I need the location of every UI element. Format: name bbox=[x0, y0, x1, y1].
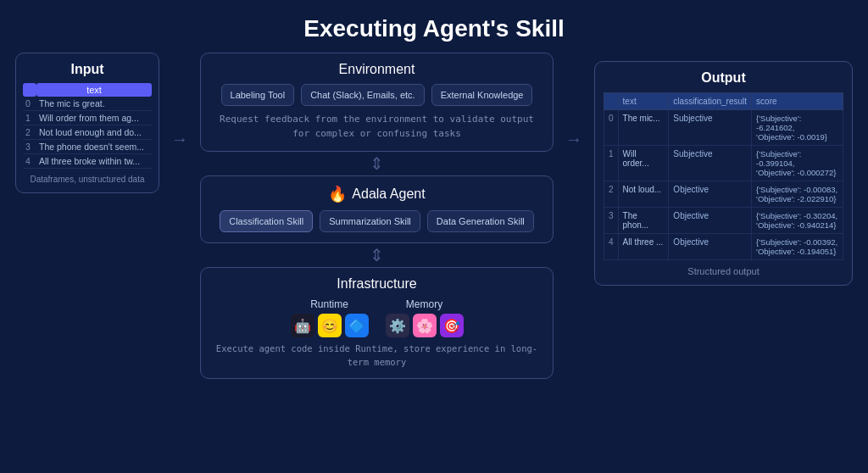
row-score: {'Subjective': -0.00392, 'Objective': -0… bbox=[752, 234, 843, 260]
memory-icons: ⚙️ 🌸 🎯 bbox=[386, 314, 464, 337]
middle-column: Environment Labeling Tool Chat (Slack), … bbox=[200, 53, 554, 379]
row-index: 4 bbox=[604, 234, 619, 260]
row-index: 0 bbox=[604, 110, 619, 146]
table-row: 2 Not loud... Objective {'Subjective': -… bbox=[604, 181, 843, 208]
input-panel: Input text 0 The mic is great. 1 Will or… bbox=[15, 53, 159, 193]
col-text: text bbox=[618, 93, 669, 110]
runtime-icons: 🤖 😊 🔷 bbox=[291, 314, 369, 337]
page-title: Executing Agent's Skill bbox=[0, 0, 868, 53]
environment-tools: Labeling Tool Chat (Slack), Emails, etc.… bbox=[214, 84, 539, 106]
row-text: Not loud... bbox=[618, 181, 669, 208]
emoji-icon: 😊 bbox=[318, 314, 342, 337]
table-row: 3 The phon... Objective {'Subjective': -… bbox=[604, 208, 843, 234]
table-row: 4 All three ... Objective {'Subjective':… bbox=[604, 234, 843, 260]
row-result: Objective bbox=[669, 181, 752, 208]
table-row: 0 The mic... Subjective {'Subjective': -… bbox=[604, 110, 843, 146]
output-caption: Structured output bbox=[604, 266, 843, 276]
row-index: 0 bbox=[23, 97, 36, 111]
infrastructure-sections: Runtime 🤖 😊 🔷 Memory ⚙️ 🌸 🎯 bbox=[214, 298, 539, 337]
arrow-input-to-agent: → bbox=[171, 130, 188, 149]
runtime-title: Runtime bbox=[291, 298, 369, 310]
table-row: 3 The phone doesn't seem... bbox=[23, 140, 152, 154]
table-row: 1 Will order... Subjective {'Subjective'… bbox=[604, 146, 843, 181]
col-score: score bbox=[752, 93, 843, 110]
labeling-tool-button[interactable]: Labeling Tool bbox=[221, 84, 295, 106]
environment-panel: Environment Labeling Tool Chat (Slack), … bbox=[200, 53, 554, 152]
arrow-env-to-agent: ⇕ bbox=[200, 155, 554, 172]
input-column-header: text bbox=[36, 83, 152, 97]
row-index: 2 bbox=[23, 125, 36, 140]
row-score: {'Subjective': -0.00083, 'Objective': -2… bbox=[752, 181, 843, 208]
row-text: Will order from them ag... bbox=[36, 111, 152, 125]
infrastructure-panel: Infrastructure Runtime 🤖 😊 🔷 Memory ⚙️ 🌸 bbox=[200, 267, 554, 379]
col-classification: classification_result bbox=[669, 93, 752, 110]
row-text: Will order... bbox=[618, 146, 669, 181]
row-score: {'Subjective': -6.241602, 'Objective': -… bbox=[752, 110, 843, 146]
memory-icon-3: 🎯 bbox=[440, 314, 464, 337]
output-panel: Output text classification_result score … bbox=[594, 61, 853, 286]
summarization-skill-button[interactable]: Summarization Skill bbox=[320, 210, 420, 232]
table-row: 0 The mic is great. bbox=[23, 97, 152, 111]
chat-emails-button[interactable]: Chat (Slack), Emails, etc. bbox=[301, 84, 424, 106]
agent-logo-icon: 🔥 bbox=[328, 185, 347, 203]
memory-title: Memory bbox=[386, 298, 464, 310]
row-result: Subjective bbox=[669, 110, 752, 146]
external-knowledge-button[interactable]: External Knowledge bbox=[431, 84, 533, 106]
row-text: All three broke within tw... bbox=[36, 154, 152, 169]
agent-skills: Classification Skill Summarization Skill… bbox=[214, 210, 539, 232]
table-row: 2 Not loud enough and do... bbox=[23, 125, 152, 140]
output-header-row: text classification_result score bbox=[604, 93, 843, 110]
col-index bbox=[604, 93, 619, 110]
table-row: 4 All three broke within tw... bbox=[23, 154, 152, 169]
output-table: text classification_result score 0 The m… bbox=[604, 92, 843, 260]
row-text: The phon... bbox=[618, 208, 669, 234]
row-index: 3 bbox=[604, 208, 619, 234]
agent-title: 🔥 Adala Agent bbox=[214, 185, 539, 203]
input-header-row: text bbox=[23, 83, 152, 97]
row-index: 1 bbox=[604, 146, 619, 181]
infrastructure-description: Execute agent code inside Runtime, store… bbox=[214, 342, 539, 370]
openai-icon: 🤖 bbox=[291, 314, 314, 337]
data-generation-skill-button[interactable]: Data Generation Skill bbox=[427, 210, 534, 232]
row-text: The mic... bbox=[618, 110, 669, 146]
row-index: 4 bbox=[23, 154, 36, 169]
row-index: 2 bbox=[604, 181, 619, 208]
meta-icon: 🔷 bbox=[345, 314, 369, 337]
table-row: 1 Will order from them ag... bbox=[23, 111, 152, 125]
memory-section: Memory ⚙️ 🌸 🎯 bbox=[386, 298, 464, 337]
input-table: text 0 The mic is great. 1 Will order fr… bbox=[23, 83, 152, 169]
row-result: Objective bbox=[669, 208, 752, 234]
row-text: The mic is great. bbox=[36, 97, 152, 111]
row-index: 3 bbox=[23, 140, 36, 154]
row-score: {'Subjective': -0.399104, 'Objective': -… bbox=[752, 146, 843, 181]
arrow-agent-to-infra: ⇕ bbox=[200, 247, 554, 264]
row-text: Not loud enough and do... bbox=[36, 125, 152, 140]
memory-icon-1: ⚙️ bbox=[386, 314, 409, 337]
runtime-section: Runtime 🤖 😊 🔷 bbox=[291, 298, 369, 337]
row-text: All three ... bbox=[618, 234, 669, 260]
arrow-agent-to-output: → bbox=[565, 130, 582, 149]
row-score: {'Subjective': -0.30204, 'Objective': -0… bbox=[752, 208, 843, 234]
row-result: Subjective bbox=[669, 146, 752, 181]
classification-skill-button[interactable]: Classification Skill bbox=[220, 210, 313, 232]
environment-description: Request feedback from the environment to… bbox=[214, 113, 539, 141]
row-result: Objective bbox=[669, 234, 752, 260]
environment-title: Environment bbox=[214, 62, 539, 77]
row-text: The phone doesn't seem... bbox=[36, 140, 152, 154]
agent-name: Adala Agent bbox=[352, 186, 425, 202]
row-index: 1 bbox=[23, 111, 36, 125]
infrastructure-title: Infrastructure bbox=[214, 276, 539, 292]
output-title: Output bbox=[604, 70, 843, 86]
input-caption: Dataframes, unstructured data bbox=[23, 175, 152, 184]
input-title: Input bbox=[23, 62, 152, 77]
agent-panel: 🔥 Adala Agent Classification Skill Summa… bbox=[200, 175, 554, 243]
memory-icon-2: 🌸 bbox=[413, 314, 437, 337]
